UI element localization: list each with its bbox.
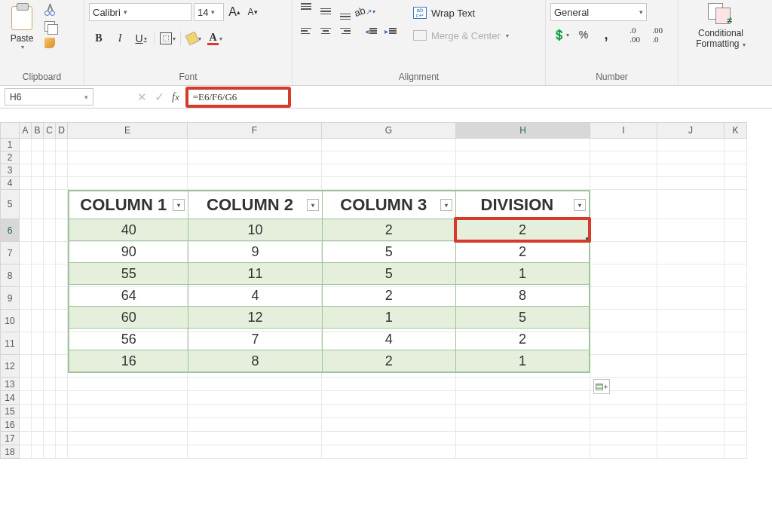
row-header-1[interactable]: 1 [0, 139, 20, 151]
row-header-5[interactable]: 5 [0, 190, 20, 219]
row-header-6[interactable]: 6 [0, 219, 20, 242]
fx-button[interactable]: fx [172, 90, 179, 103]
wrap-text-button[interactable]: abc↵ Wrap Text [410, 3, 512, 23]
align-bottom-button[interactable] [336, 3, 354, 20]
align-right-button[interactable] [336, 23, 354, 39]
column-header-E[interactable]: E [68, 122, 188, 139]
chevron-down-icon[interactable]: ▾ [639, 8, 643, 16]
table-cell[interactable]: 40 [69, 219, 188, 241]
row-header-18[interactable]: 18 [0, 445, 20, 459]
copy-button[interactable] [42, 20, 57, 33]
font-size-combo[interactable]: 14 ▾ [194, 3, 224, 21]
row-header-15[interactable]: 15 [0, 405, 20, 418]
column-header-B[interactable]: B [32, 122, 44, 139]
align-center-button[interactable] [317, 23, 335, 39]
increase-indent-button[interactable]: ▸ [381, 23, 400, 39]
row-header-4[interactable]: 4 [0, 177, 20, 190]
column-header-H[interactable]: H [456, 122, 590, 139]
paste-button[interactable]: Paste ▾ [5, 3, 39, 54]
cut-button[interactable] [42, 3, 57, 17]
row-header-12[interactable]: 12 [0, 355, 20, 378]
table-cell[interactable]: 4 [188, 285, 322, 307]
increase-decimal-button[interactable]: .0.00 [624, 26, 645, 44]
name-box[interactable]: H6 ▾ [5, 88, 93, 105]
filter-button[interactable]: ▾ [173, 199, 185, 211]
row-header-10[interactable]: 10 [0, 310, 20, 332]
table-cell[interactable]: 1 [455, 263, 589, 285]
row-header-11[interactable]: 11 [0, 332, 20, 355]
underline-button[interactable]: U▾ [131, 29, 151, 48]
grow-font-button[interactable]: A▴ [226, 3, 243, 21]
font-name-combo[interactable]: Calibri ▾ [89, 3, 191, 21]
filter-button[interactable]: ▾ [440, 199, 452, 211]
table-cell[interactable]: 9 [188, 241, 322, 263]
table-cell[interactable]: 7 [188, 329, 322, 350]
chevron-down-icon[interactable]: ▾ [124, 8, 127, 16]
accounting-format-button[interactable]: 💲▾ [550, 26, 571, 44]
column-header-I[interactable]: I [590, 122, 657, 139]
row-header-9[interactable]: 9 [0, 287, 20, 310]
table-cell[interactable]: 1 [455, 350, 589, 372]
chevron-down-icon[interactable]: ▾ [84, 93, 88, 101]
table-cell[interactable]: 8 [188, 350, 322, 372]
table-cell[interactable]: 2 [455, 329, 589, 350]
column-header-F[interactable]: F [188, 122, 322, 139]
table-cell[interactable]: 5 [455, 307, 589, 329]
percent-button[interactable]: % [573, 26, 594, 44]
font-color-button[interactable]: A▾ [205, 29, 225, 48]
fill-color-button[interactable]: ▾ [184, 29, 204, 48]
table-cell[interactable]: 60 [69, 307, 188, 329]
align-top-button[interactable] [297, 3, 315, 20]
merge-center-button[interactable]: Merge & Center ▾ [410, 26, 512, 45]
borders-button[interactable]: ▾ [158, 29, 177, 48]
table-cell[interactable]: 55 [69, 263, 188, 285]
column-header-G[interactable]: G [322, 122, 456, 139]
table-cell[interactable]: 2 [322, 285, 455, 307]
comma-style-button[interactable]: , [596, 26, 617, 44]
chevron-down-icon[interactable]: ▾ [21, 44, 24, 50]
column-header-K[interactable]: K [725, 122, 747, 139]
column-header-A[interactable]: A [20, 122, 32, 139]
table-cell[interactable]: 12 [188, 307, 322, 329]
decrease-decimal-button[interactable]: .00.0 [647, 26, 668, 44]
column-header-D[interactable]: D [56, 122, 68, 139]
decrease-indent-button[interactable]: ◂ [362, 23, 380, 39]
table-cell[interactable]: 2 [455, 219, 589, 241]
shrink-font-button[interactable]: A▾ [244, 3, 261, 21]
table-cell[interactable]: 5 [322, 263, 455, 285]
table-cell[interactable]: 16 [69, 350, 188, 372]
filter-button[interactable]: ▾ [574, 199, 586, 211]
cancel-formula-button[interactable]: ✕ [137, 90, 147, 104]
table-cell[interactable]: 10 [188, 219, 322, 241]
chevron-down-icon[interactable]: ▾ [211, 8, 215, 16]
row-header-13[interactable]: 13 [0, 378, 20, 391]
table-cell[interactable]: 8 [455, 285, 589, 307]
row-header-16[interactable]: 16 [0, 418, 20, 432]
table-cell[interactable]: 5 [322, 241, 455, 263]
row-header-2[interactable]: 2 [0, 151, 20, 164]
column-header-C[interactable]: C [44, 122, 56, 139]
table-cell[interactable]: 64 [69, 285, 188, 307]
cells-area[interactable]: COLUMN 1▾COLUMN 2▾COLUMN 3▾DIVISION▾4010… [20, 139, 747, 532]
align-left-button[interactable] [297, 23, 315, 39]
conditional-formatting-button[interactable]: ConditionalFormatting ▾ [688, 3, 753, 50]
row-header-7[interactable]: 7 [0, 242, 20, 264]
number-format-combo[interactable]: General ▾ [550, 3, 647, 21]
table-cell[interactable]: 1 [322, 307, 455, 329]
bold-button[interactable]: B [89, 29, 109, 48]
table-cell[interactable]: 2 [322, 219, 455, 241]
row-header-3[interactable]: 3 [0, 164, 20, 177]
table-cell[interactable]: 90 [69, 241, 188, 263]
paste-options-button[interactable]: + [593, 379, 610, 394]
table-cell[interactable]: 2 [455, 241, 589, 263]
table-cell[interactable]: 11 [188, 263, 322, 285]
row-header-17[interactable]: 17 [0, 432, 20, 445]
formula-input[interactable]: =E6/F6/G6 [185, 87, 291, 108]
italic-button[interactable]: I [110, 29, 130, 48]
format-painter-button[interactable] [42, 36, 57, 50]
align-middle-button[interactable] [317, 3, 335, 20]
enter-formula-button[interactable]: ✓ [155, 90, 164, 104]
filter-button[interactable]: ▾ [307, 199, 319, 211]
table-cell[interactable]: 56 [69, 329, 188, 350]
table-cell[interactable]: 4 [322, 329, 455, 350]
